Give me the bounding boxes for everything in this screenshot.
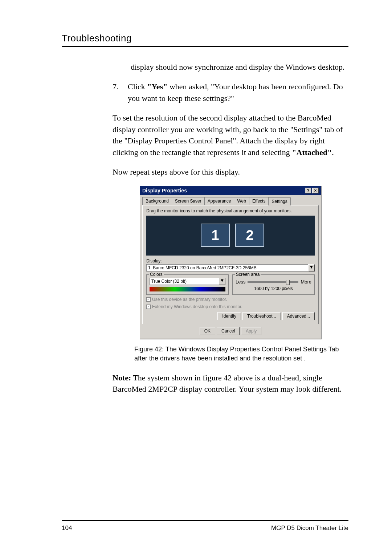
checkbox-icon: ✓ [146, 297, 151, 302]
paragraph-3: Now repeat steps above for this display. [113, 166, 348, 178]
note-paragraph: Note: The system shown in figure 42 abov… [113, 372, 348, 395]
slider-label-less: Less [236, 279, 245, 285]
colors-value: True Color (32 bit) [150, 278, 219, 285]
display-select[interactable]: 1. Barco MFCD 2320 on BarcoMed 2MP2CF-3D… [146, 264, 315, 272]
step-number: 7. [113, 81, 121, 104]
resolution-value: 1600 by 1200 pixels [236, 286, 311, 291]
section-title: Troubleshooting [62, 33, 348, 44]
chevron-down-icon[interactable]: ▼ [308, 264, 315, 272]
resolution-slider[interactable] [248, 281, 298, 283]
colors-legend: Colors [149, 272, 164, 277]
chevron-down-icon[interactable]: ▼ [219, 278, 225, 285]
carryover-paragraph: display should now synchronize and displ… [131, 61, 348, 73]
monitor-arrangement-area[interactable]: 1 2 [146, 216, 315, 256]
extend-desktop-checkbox: ✓ Extend my Windows desktop onto this mo… [146, 304, 315, 309]
display-select-value: 1. Barco MFCD 2320 on BarcoMed 2MP2CF-3D… [146, 264, 308, 272]
primary-monitor-checkbox: ✓ Use this device as the primary monitor… [146, 297, 315, 302]
advanced-button[interactable]: Advanced... [282, 312, 315, 320]
color-gradient-preview [150, 287, 225, 291]
monitor-1[interactable]: 1 [201, 224, 230, 247]
slider-thumb[interactable] [286, 280, 290, 285]
doc-title: MGP D5 Dicom Theater Lite [271, 525, 348, 532]
tab-effects[interactable]: Effects [249, 197, 269, 205]
apply-button: Apply [241, 327, 261, 335]
dialog-title: Display Properties [142, 188, 187, 193]
screen-area-group: Screen area Less More 1600 by 1200 pixel… [232, 274, 315, 295]
tab-appearance[interactable]: Appearance [204, 197, 234, 205]
monitor-2[interactable]: 2 [235, 224, 264, 247]
page-number: 104 [62, 525, 72, 532]
display-properties-dialog: Display Properties ? × Background Screen… [140, 186, 321, 339]
tab-web[interactable]: Web [234, 197, 249, 205]
ok-button[interactable]: OK [200, 327, 215, 335]
page-footer: 104 MGP D5 Dicom Theater Lite [62, 520, 348, 532]
tab-strip: Background Screen Saver Appearance Web E… [140, 195, 321, 205]
tab-background[interactable]: Background [142, 197, 172, 205]
cancel-button[interactable]: Cancel [217, 327, 240, 335]
tab-screen-saver[interactable]: Screen Saver [172, 197, 205, 205]
hint-text: Drag the monitor icons to match the phys… [146, 208, 315, 213]
dialog-titlebar[interactable]: Display Properties ? × [140, 186, 321, 195]
colors-select[interactable]: True Color (32 bit) ▼ [150, 278, 225, 285]
checkbox-icon: ✓ [146, 305, 151, 309]
slider-label-more: More [301, 279, 311, 285]
step-7: 7. Click "Yes" when asked, "Your desktop… [113, 81, 348, 104]
screen-area-legend: Screen area [235, 272, 261, 277]
close-button[interactable]: × [312, 188, 319, 193]
paragraph-2: To set the resolution of the second disp… [113, 112, 348, 159]
tab-settings[interactable]: Settings [268, 197, 290, 205]
identify-button[interactable]: Identify [217, 312, 241, 320]
section-rule [62, 46, 348, 47]
troubleshoot-button[interactable]: Troubleshoot... [242, 312, 281, 320]
step-body: Click "Yes" when asked, "Your desktop ha… [128, 81, 348, 104]
help-button[interactable]: ? [305, 188, 311, 193]
display-label: Display: [146, 258, 315, 264]
colors-group: Colors True Color (32 bit) ▼ [146, 274, 229, 295]
figure-caption: Figure 42: The Windows Display Propertie… [134, 345, 348, 363]
